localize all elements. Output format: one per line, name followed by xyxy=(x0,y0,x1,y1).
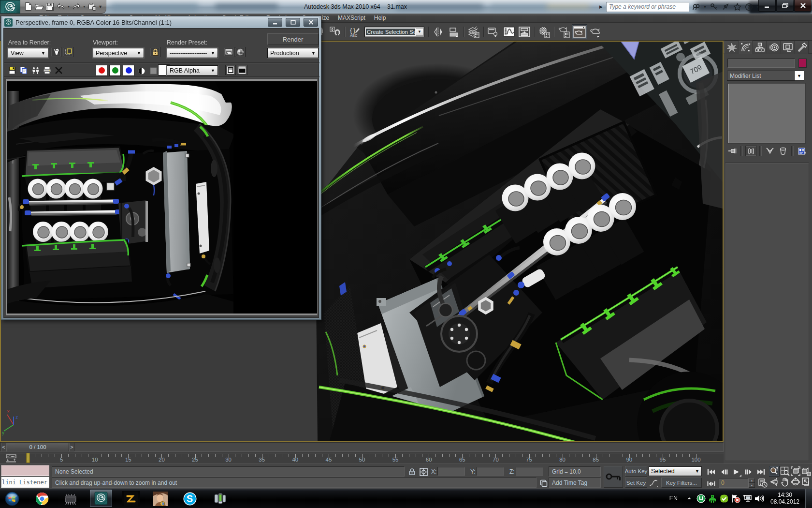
maximize-viewport-toggle[interactable] xyxy=(801,477,812,487)
x-coordinate-field[interactable] xyxy=(437,467,465,476)
mirror-button[interactable] xyxy=(431,24,446,39)
auto-key-button[interactable]: Auto Key xyxy=(625,466,647,477)
tab-modify[interactable] xyxy=(739,41,753,54)
render-setup-button[interactable] xyxy=(556,24,572,39)
field-of-view-button[interactable] xyxy=(769,477,780,487)
language-indicator[interactable]: EN xyxy=(669,495,678,502)
render-maximize-button[interactable] xyxy=(286,18,300,27)
next-frame-arrow[interactable]: > xyxy=(69,443,74,451)
current-frame-marker[interactable] xyxy=(26,453,30,463)
area-to-render-dropdown[interactable]: View▼ xyxy=(8,48,48,58)
menu-help[interactable]: Help xyxy=(370,14,391,22)
new-file-button[interactable] xyxy=(23,1,33,12)
lock-viewport-button[interactable] xyxy=(150,47,160,57)
tray-clock[interactable]: 14:30 08.04.2012 xyxy=(768,492,802,505)
named-selection-set-combo[interactable]: Create Selection Se ▼ xyxy=(364,27,424,37)
blue-channel-button[interactable] xyxy=(123,65,134,76)
key-mode-toggle-button[interactable] xyxy=(705,478,717,489)
redo-dropdown-arrow[interactable]: ▾ xyxy=(82,1,86,12)
next-frame-button[interactable] xyxy=(743,467,754,477)
render-production-button[interactable] xyxy=(587,24,603,39)
maximize-button[interactable] xyxy=(776,0,794,12)
render-button[interactable]: Render xyxy=(267,33,319,45)
material-editor-button[interactable] xyxy=(536,24,552,39)
set-key-button[interactable]: Set Key xyxy=(625,478,647,488)
time-slider[interactable]: < 0 / 100 > xyxy=(0,442,724,452)
isolate-selection-icon[interactable] xyxy=(538,478,549,488)
track-bar-ruler[interactable]: 5101520253035404550556065707580859095100… xyxy=(21,452,724,463)
configure-modifier-sets-button[interactable] xyxy=(796,146,808,156)
time-slider-track[interactable] xyxy=(0,442,724,452)
macro-recorder-pane[interactable] xyxy=(1,465,49,476)
named-selection-sets-button[interactable]: { }ABC xyxy=(347,24,362,39)
selection-lock-toggle[interactable] xyxy=(407,467,417,476)
key-filters-button[interactable]: Key Filters... xyxy=(661,478,702,488)
toggle-ui-button[interactable] xyxy=(237,65,247,75)
taskbar-skype-icon[interactable] xyxy=(181,491,199,506)
alpha-channel-button[interactable] xyxy=(136,66,147,76)
close-button[interactable] xyxy=(794,0,812,12)
search-options-arrow[interactable]: ▾ xyxy=(703,1,707,12)
taskbar-avatar-icon[interactable] xyxy=(151,491,170,506)
zoom-all-button[interactable] xyxy=(780,466,790,477)
tray-skype-online-icon[interactable] xyxy=(718,493,730,504)
project-folder-button[interactable] xyxy=(87,1,97,12)
auto-region-selected-button[interactable] xyxy=(63,47,73,57)
tray-qip-icon[interactable] xyxy=(707,493,718,504)
chevron-down-icon[interactable]: ▼ xyxy=(416,28,423,36)
orbit-button[interactable] xyxy=(790,477,801,487)
channel-display-dropdown[interactable]: RGB Alpha▼ xyxy=(167,65,218,75)
redo-button[interactable] xyxy=(72,1,82,12)
object-color-swatch[interactable] xyxy=(798,59,807,68)
angle-snap-toggle-button[interactable] xyxy=(327,24,343,39)
open-file-button[interactable] xyxy=(34,1,44,12)
render-setup-dialog-button[interactable] xyxy=(224,47,234,57)
save-image-button[interactable] xyxy=(7,65,17,75)
render-preset-dropdown[interactable]: ---------------------▼ xyxy=(167,48,218,58)
go-to-end-button[interactable] xyxy=(755,467,767,477)
qat-customize-arrow[interactable]: ▼ xyxy=(98,1,103,12)
object-name-field[interactable] xyxy=(727,59,795,68)
show-end-result-button[interactable] xyxy=(745,146,757,156)
maxscript-mini-listener[interactable]: lini Listener xyxy=(1,477,49,488)
time-slider-handle[interactable]: 0 / 100 xyxy=(6,443,69,451)
zoom-extents-all-button[interactable] xyxy=(801,466,812,477)
tray-volume-icon[interactable] xyxy=(753,493,765,504)
rendered-frame-window-button[interactable] xyxy=(572,24,587,39)
help-icon[interactable]: ? xyxy=(744,2,754,12)
monochrome-button[interactable] xyxy=(148,66,159,76)
green-channel-button[interactable] xyxy=(109,65,121,76)
print-image-button[interactable] xyxy=(42,65,52,75)
save-file-button[interactable] xyxy=(45,1,55,12)
communication-center-icon[interactable] xyxy=(721,2,730,12)
track-bar[interactable]: 5101520253035404550556065707580859095100… xyxy=(0,452,724,463)
key-mode-selected-dropdown[interactable]: Selected ▼ xyxy=(649,466,702,476)
show-desktop-button[interactable] xyxy=(805,489,812,508)
menu-maxscript[interactable]: MAXScript xyxy=(334,14,370,22)
taskbar-zmodeler-icon[interactable] xyxy=(122,491,140,506)
viewport-dropdown[interactable]: Perspective▼ xyxy=(93,48,144,58)
chevron-down-icon[interactable]: ▼ xyxy=(794,71,804,80)
modifier-list-dropdown[interactable]: Modifier List ▼ xyxy=(727,71,804,81)
previous-frame-arrow[interactable]: < xyxy=(1,443,6,451)
undo-button[interactable] xyxy=(56,1,66,12)
render-minimize-button[interactable] xyxy=(268,18,282,27)
layer-manager-button[interactable] xyxy=(466,24,481,39)
show-hidden-icons-arrow[interactable] xyxy=(683,493,695,504)
tray-network-icon[interactable] xyxy=(741,493,753,504)
taskbar-qip-icon[interactable] xyxy=(210,491,229,506)
infocenter-search-input[interactable]: Type a keyword or phrase xyxy=(606,2,689,12)
minimize-button[interactable] xyxy=(758,0,776,12)
render-window-titlebar[interactable]: Perspective, frame 0, RGBA Color 16 Bits… xyxy=(3,16,319,28)
tray-action-center-icon[interactable] xyxy=(730,493,741,504)
tab-motion[interactable] xyxy=(767,41,781,54)
add-time-tag[interactable]: Add Time Tag xyxy=(549,478,601,488)
remove-modifier-button[interactable] xyxy=(777,146,789,156)
tab-create[interactable] xyxy=(725,41,739,54)
align-button[interactable] xyxy=(446,24,462,39)
environment-dialog-button[interactable] xyxy=(235,47,246,57)
tab-hierarchy[interactable] xyxy=(753,41,767,54)
time-configuration-button[interactable] xyxy=(757,478,768,488)
infocenter-expand-arrow[interactable]: ▶ xyxy=(599,2,604,12)
application-button[interactable] xyxy=(0,0,20,14)
